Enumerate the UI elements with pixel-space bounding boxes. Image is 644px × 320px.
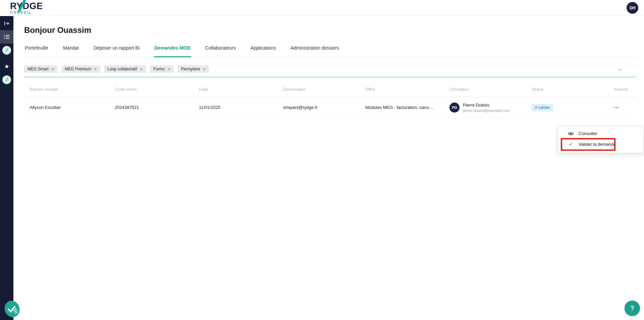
tab-portefeuille[interactable]: Portefeuille	[24, 44, 49, 57]
sidebar-item-list[interactable]	[0, 30, 13, 44]
cell-utilisateur: PD Pierre Dubois pierre.dubois@example.c…	[444, 97, 526, 118]
brand-name: RYDGE	[10, 2, 43, 11]
logo-slash-icon	[17, 0, 27, 12]
user-avatar[interactable]: OH	[627, 2, 638, 14]
col-raison-sociale: Raison sociale	[24, 82, 109, 97]
chip-remove-icon[interactable]: ×	[168, 67, 170, 71]
cell-date: 11/01/2025	[194, 97, 278, 118]
col-date: Date	[194, 82, 278, 97]
table-header-row: Raison sociale Code client Date Demandeu…	[24, 82, 636, 97]
filter-chips: MEG Smart × MEG Premium × Loop collabora…	[24, 65, 636, 73]
chip-remove-icon[interactable]: ×	[140, 67, 143, 71]
filter-chip: Forms ×	[150, 65, 174, 73]
sidebar: / ★ /	[0, 16, 13, 320]
tab-deposer-rapport-bi[interactable]: Déposer un rapport BI	[93, 44, 141, 57]
filter-chip: Pennylane ×	[178, 65, 209, 73]
app-slash-icon: /	[2, 75, 11, 84]
tab-mandat[interactable]: Mandat	[62, 44, 79, 57]
tasks-fab-button[interactable]	[4, 300, 20, 318]
demandes-table: Raison sociale Code client Date Demandeu…	[24, 82, 636, 118]
sidebar-item-app-1[interactable]: /	[0, 44, 13, 57]
page-title: Bonjour Ouassim	[24, 25, 636, 35]
sidebar-expand-button[interactable]	[0, 17, 13, 30]
menu-item-valider-la-demande[interactable]: ✓ Valider la demande	[558, 139, 643, 149]
cell-code-client: 2024387521	[109, 97, 194, 118]
main-content: Bonjour Ouassim Portefeuille Mandat Dépo…	[13, 16, 644, 320]
cell-offre: Modules MEG : facturation, caiss…	[360, 97, 444, 118]
col-demandeur: Demandeur	[278, 82, 360, 97]
app-header: RYDGE CONSEiL OH	[0, 0, 644, 16]
col-actions: Actions	[608, 82, 636, 97]
col-statut: Statut	[526, 82, 608, 97]
help-button[interactable]: ?	[625, 301, 640, 316]
app-slash-icon: /	[2, 46, 11, 55]
offers-filter-select[interactable]: MEG Smart × MEG Premium × Loop collabora…	[24, 65, 636, 77]
row-actions-menu: Consulter ✓ Valider la demande	[558, 126, 644, 153]
chip-remove-icon[interactable]: ×	[94, 67, 97, 71]
table-row[interactable]: Allyson Escobar 2024387521 11/01/2025 oh…	[24, 97, 636, 118]
list-icon	[4, 35, 10, 39]
filter-chip: MEG Smart ×	[24, 65, 57, 73]
sidebar-item-favorites[interactable]: ★	[0, 60, 13, 73]
cell-actions: ⋯	[608, 97, 636, 118]
row-actions-button[interactable]: ⋯	[614, 105, 619, 110]
col-utilisateur: Utilisateur	[444, 82, 526, 97]
tab-bar: Portefeuille Mandat Déposer un rapport B…	[24, 44, 636, 57]
expand-panel-icon	[4, 21, 10, 26]
col-offre: Offre	[360, 82, 444, 97]
status-badge: A valider	[532, 104, 553, 111]
eye-icon	[568, 132, 574, 136]
sidebar-item-app-2[interactable]: /	[0, 73, 13, 86]
user-name: Pierre Dubois	[463, 103, 510, 108]
filter-chip: Loop collaboratif ×	[104, 65, 146, 73]
filter-chip: MEG Premium ×	[61, 65, 100, 73]
col-code-client: Code client	[109, 82, 194, 97]
check-icon: ✓	[568, 141, 574, 147]
chip-remove-icon[interactable]: ×	[203, 67, 206, 71]
star-icon: ★	[4, 63, 9, 70]
cell-raison-sociale: Allyson Escobar	[24, 97, 109, 118]
tab-administration-dossiers[interactable]: Administration dossiers	[290, 44, 340, 57]
chip-remove-icon[interactable]: ×	[52, 67, 54, 71]
tab-collaborateurs[interactable]: Collaborateurs	[205, 44, 236, 57]
brand-logo: RYDGE CONSEiL	[10, 2, 43, 14]
menu-item-consulter[interactable]: Consulter	[558, 128, 643, 139]
user-email: pierre.dubois@example.com	[463, 109, 510, 113]
chevron-down-icon[interactable]	[618, 68, 622, 71]
tab-demandes-mod[interactable]: Demandes MOD	[154, 44, 191, 57]
tab-applications[interactable]: Applications	[250, 44, 277, 57]
row-user-avatar: PD	[449, 103, 460, 113]
question-mark-icon: ?	[630, 305, 634, 312]
cell-statut: A valider	[526, 97, 608, 118]
check-blob-icon	[4, 300, 20, 318]
cell-demandeur: ohayani@rydge.fr	[278, 97, 360, 118]
